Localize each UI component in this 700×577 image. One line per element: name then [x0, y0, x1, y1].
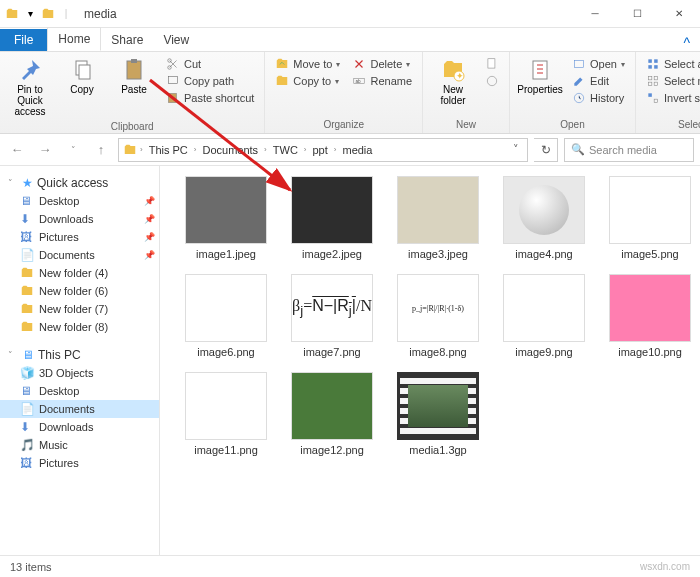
- file-item[interactable]: media1.3gp: [388, 372, 488, 456]
- copy-button[interactable]: Copy: [58, 56, 106, 97]
- refresh-button[interactable]: ↻: [534, 138, 558, 162]
- crumb[interactable]: Documents: [199, 144, 261, 156]
- crumb[interactable]: ppt: [310, 144, 331, 156]
- recent-locations-button[interactable]: ˅: [62, 139, 84, 161]
- sidebar-item-label: Music: [39, 439, 68, 451]
- thumbnail: [503, 274, 585, 342]
- forward-button[interactable]: →: [34, 139, 56, 161]
- select-all-button[interactable]: Select all: [642, 56, 700, 72]
- pin-to-quick-access-button[interactable]: Pin to Quick access: [6, 56, 54, 119]
- file-item[interactable]: image11.png: [176, 372, 276, 456]
- sidebar-item[interactable]: 🎵Music: [0, 436, 159, 454]
- invert-selection-button[interactable]: Invert selection: [642, 90, 700, 106]
- sidebar-item[interactable]: 📄Documents: [0, 400, 159, 418]
- crumb[interactable]: media: [339, 144, 375, 156]
- ribbon-help-button[interactable]: ^: [673, 35, 700, 51]
- address-bar: ← → ˅ ↑ › This PC › Documents › TWC › pp…: [0, 134, 700, 166]
- close-button[interactable]: ✕: [658, 0, 700, 28]
- tab-home[interactable]: Home: [47, 27, 101, 51]
- edit-button[interactable]: Edit: [568, 73, 629, 89]
- select-none-button[interactable]: Select none: [642, 73, 700, 89]
- sidebar-item[interactable]: ⬇Downloads: [0, 418, 159, 436]
- breadcrumb-bar[interactable]: › This PC › Documents › TWC › ppt › medi…: [118, 138, 528, 162]
- delete-button[interactable]: Delete: [348, 56, 416, 72]
- qat-dropdown-icon[interactable]: ▾: [22, 6, 38, 22]
- edit-icon: [572, 74, 586, 88]
- rename-label: Rename: [370, 75, 412, 87]
- file-item[interactable]: image5.png: [600, 176, 700, 260]
- easy-access-icon: [485, 74, 499, 88]
- file-item[interactable]: image12.png: [282, 372, 382, 456]
- svg-rect-18: [654, 59, 658, 63]
- sidebar-item[interactable]: 📄Documents📌: [0, 246, 159, 264]
- paste-button[interactable]: Paste: [110, 56, 158, 97]
- item-icon: 📄: [20, 402, 34, 416]
- folder-icon: [20, 320, 34, 334]
- properties-button[interactable]: Properties: [516, 56, 564, 97]
- svg-text:ab: ab: [356, 79, 362, 84]
- window-title: media: [78, 7, 574, 21]
- watermark: wsxdn.com: [640, 561, 690, 572]
- back-button[interactable]: ←: [6, 139, 28, 161]
- search-box[interactable]: 🔍 Search media: [564, 138, 694, 162]
- minimize-button[interactable]: ─: [574, 0, 616, 28]
- select-all-label: Select all: [664, 58, 700, 70]
- tab-share[interactable]: Share: [101, 29, 153, 51]
- sidebar-item-label: Desktop: [39, 385, 79, 397]
- file-item[interactable]: image6.png: [176, 274, 276, 358]
- sidebar-item[interactable]: 🖼Pictures📌: [0, 228, 159, 246]
- sidebar-item[interactable]: New folder (6): [0, 282, 159, 300]
- history-button[interactable]: History: [568, 90, 629, 106]
- new-folder-button[interactable]: ✦ New folder: [429, 56, 477, 108]
- sidebar-item[interactable]: ⬇Downloads📌: [0, 210, 159, 228]
- file-item[interactable]: p_j=|R|/|R|·(1-δ) image8.png: [388, 274, 488, 358]
- sidebar-item[interactable]: 🧊3D Objects: [0, 364, 159, 382]
- file-item[interactable]: image9.png: [494, 274, 594, 358]
- select-none-label: Select none: [664, 75, 700, 87]
- sidebar-item-label: Downloads: [39, 213, 93, 225]
- paste-shortcut-button[interactable]: Paste shortcut: [162, 90, 258, 106]
- open-group-label: Open: [516, 117, 629, 133]
- up-button[interactable]: ↑: [90, 139, 112, 161]
- file-item[interactable]: image10.png: [600, 274, 700, 358]
- crumb[interactable]: TWC: [270, 144, 301, 156]
- move-icon: [275, 57, 289, 71]
- easy-access-button[interactable]: [481, 73, 503, 89]
- sidebar-item[interactable]: New folder (8): [0, 318, 159, 336]
- new-item-button[interactable]: [481, 56, 503, 72]
- address-dropdown-icon[interactable]: ˅: [509, 143, 523, 156]
- paste-label: Paste: [121, 84, 147, 95]
- delete-icon: [352, 57, 366, 71]
- copy-path-button[interactable]: Copy path: [162, 73, 258, 89]
- item-count: 13 items: [10, 561, 52, 573]
- this-pc-label: This PC: [38, 348, 81, 362]
- tab-file[interactable]: File: [0, 29, 47, 51]
- sidebar-item[interactable]: New folder (7): [0, 300, 159, 318]
- rename-button[interactable]: abRename: [348, 73, 416, 89]
- file-item[interactable]: image1.jpeg: [176, 176, 276, 260]
- quick-access-header[interactable]: ˅ ★ Quick access: [0, 174, 159, 192]
- crumb[interactable]: This PC: [146, 144, 191, 156]
- sidebar-item[interactable]: New folder (4): [0, 264, 159, 282]
- thumbnail: [397, 372, 479, 440]
- paste-shortcut-label: Paste shortcut: [184, 92, 254, 104]
- move-to-button[interactable]: Move to: [271, 56, 344, 72]
- cut-label: Cut: [184, 58, 201, 70]
- sidebar-item[interactable]: 🖥Desktop📌: [0, 192, 159, 210]
- file-view[interactable]: image1.jpeg image2.jpeg image3.jpeg imag…: [160, 166, 700, 555]
- copy-to-button[interactable]: Copy to: [271, 73, 344, 89]
- svg-rect-24: [654, 82, 658, 86]
- maximize-button[interactable]: ☐: [616, 0, 658, 28]
- file-item[interactable]: image3.jpeg: [388, 176, 488, 260]
- tab-view[interactable]: View: [153, 29, 199, 51]
- open-button[interactable]: Open: [568, 56, 629, 72]
- file-item[interactable]: βj=N−|Rj|/N image7.png: [282, 274, 382, 358]
- sidebar-item[interactable]: 🖼Pictures: [0, 454, 159, 472]
- file-item[interactable]: image2.jpeg: [282, 176, 382, 260]
- edit-label: Edit: [590, 75, 609, 87]
- star-icon: ★: [22, 176, 33, 190]
- this-pc-header[interactable]: ˅ 🖥 This PC: [0, 346, 159, 364]
- sidebar-item[interactable]: 🖥Desktop: [0, 382, 159, 400]
- file-item[interactable]: image4.png: [494, 176, 594, 260]
- cut-button[interactable]: Cut: [162, 56, 258, 72]
